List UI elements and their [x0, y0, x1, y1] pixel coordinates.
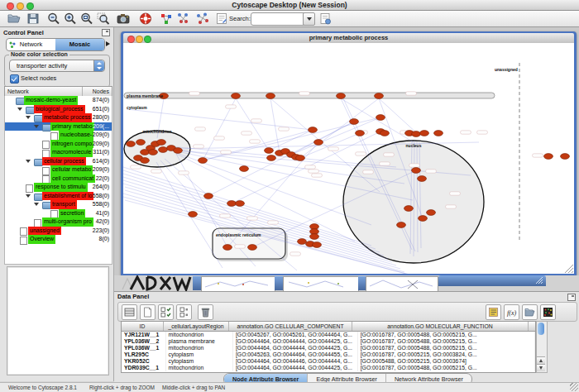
background-window-fragment[interactable] [201, 276, 275, 291]
graph-node[interactable] [227, 201, 237, 207]
tree-item[interactable]: macromolecule311(0) [5, 148, 112, 157]
graph-node[interactable] [174, 148, 183, 154]
expand-arrow-icon[interactable] [26, 160, 31, 163]
tree-item[interactable]: unassigned223(0) [5, 227, 112, 236]
network-icon[interactable] [159, 12, 174, 26]
load-attributes-icon[interactable] [522, 304, 538, 320]
table-row[interactable]: YPL036W__1mitochondrion[GO:0044464, GO:0… [122, 345, 535, 351]
table-row[interactable]: YJR121W__1mitochondrion[GO:0045267, GO:0… [122, 332, 535, 338]
background-window-edge[interactable] [193, 276, 201, 290]
graph-node[interactable] [418, 176, 427, 182]
background-window-fragment[interactable] [366, 276, 438, 291]
graph-node[interactable] [420, 131, 429, 136]
label-list-icon[interactable] [486, 304, 501, 320]
graph-node[interactable] [434, 131, 443, 136]
formula-icon[interactable]: f(x) [504, 304, 519, 320]
graph-node[interactable] [298, 239, 307, 245]
tree-item[interactable]: mosaic-demo-yeast874(0) [5, 96, 112, 105]
open-folder-icon[interactable] [7, 12, 22, 26]
graph-node[interactable] [232, 93, 241, 99]
background-window-edge[interactable] [275, 276, 283, 290]
edge[interactable] [127, 109, 313, 130]
attribute-table-icon[interactable] [122, 304, 137, 320]
search-input[interactable] [251, 12, 307, 26]
background-window-edge[interactable] [358, 276, 366, 290]
graph-node[interactable] [397, 222, 406, 228]
graph-node[interactable] [127, 141, 136, 147]
graph-node[interactable] [309, 127, 318, 133]
tree-item[interactable]: nitrogen compo209(0) [5, 140, 112, 149]
graph-node[interactable] [265, 148, 274, 154]
scrollbar-thumb[interactable] [538, 323, 544, 335]
tree-item[interactable]: secretion41(0) [5, 209, 112, 218]
expand-arrow-icon[interactable] [26, 116, 31, 119]
graph-node[interactable] [149, 150, 158, 155]
graph-node[interactable] [266, 93, 275, 99]
graph-node[interactable] [223, 245, 232, 251]
graph-node[interactable] [376, 115, 385, 121]
graph-node[interactable] [240, 166, 249, 172]
graph-node[interactable] [412, 131, 421, 137]
expand-arrow-icon[interactable] [34, 125, 39, 128]
table-row[interactable]: YPL036W__2plasma membrane[GO:0044464, GO… [122, 338, 535, 345]
graph-node[interactable] [204, 194, 213, 199]
select-nodes-checkbox[interactable] [10, 74, 19, 84]
graph-node[interactable] [313, 242, 322, 248]
graph-node[interactable] [199, 158, 208, 164]
graph-node[interactable] [380, 131, 390, 136]
tree-item[interactable]: transport558(0) [5, 200, 112, 209]
zoom-selected-icon[interactable] [96, 12, 111, 26]
graph-node[interactable] [267, 155, 276, 161]
graph-node[interactable] [157, 140, 166, 146]
node-color-dropdown[interactable]: transporter activity [9, 60, 105, 72]
graph-node[interactable] [310, 234, 319, 240]
canvas-resize-grip-icon[interactable] [572, 271, 573, 273]
column-header[interactable]: annotation.GO CELLULAR_COMPONENT [229, 322, 352, 331]
table-row[interactable]: YDR039C__1mitochondrion[GO:0044464, GO:0… [122, 365, 535, 371]
background-window-fragment[interactable] [283, 276, 359, 291]
network-graph[interactable]: plasma membranecytoplasmmitochondrionnuc… [123, 43, 574, 274]
tab-mosaic[interactable]: Mosaic [55, 39, 104, 50]
scroll-up-icon[interactable] [537, 356, 545, 364]
expand-arrow-icon[interactable] [26, 194, 31, 198]
table-row[interactable]: YLR295Ccytoplasm[GO:0045263, GO:0044464,… [122, 351, 535, 358]
graph-node[interactable] [350, 119, 359, 125]
graph-node[interactable] [159, 147, 168, 153]
search-dropdown-button[interactable] [303, 12, 315, 26]
select-attributes-icon[interactable] [158, 304, 174, 320]
matrix-icon[interactable] [540, 304, 556, 320]
import-document-icon[interactable] [318, 12, 333, 26]
graph-node[interactable] [419, 216, 428, 222]
annotation-icon[interactable] [214, 12, 229, 26]
tree-item[interactable]: cell communicat22(0) [5, 174, 112, 184]
graph-node[interactable] [412, 168, 421, 174]
tree-item[interactable]: nucleobase-209(0) [5, 131, 112, 140]
tree-item[interactable]: establishment of lo558(0) [5, 192, 112, 201]
tree-item[interactable]: cellular metabo209(0) [5, 165, 112, 174]
window-resize-grip-icon[interactable] [534, 276, 544, 284]
tree-item[interactable]: multi-organism pro42(0) [5, 218, 112, 227]
tree-item[interactable]: biological_process651(0) [5, 105, 112, 114]
expand-arrow-icon[interactable] [34, 203, 39, 206]
tree-item[interactable]: Overview8(0) [5, 235, 112, 244]
attribute-table[interactable]: ID_cellularLayoutRegionannotation.GO CEL… [121, 321, 536, 373]
layout-2-icon[interactable] [195, 12, 210, 26]
network-view-window[interactable]: primary metabolic process plasma membran… [121, 31, 577, 275]
table-scrollbar[interactable] [536, 321, 548, 373]
tab-network[interactable]: Network [7, 39, 55, 50]
tree-item[interactable]: cellular process614(0) [5, 157, 112, 166]
delete-attribute-icon[interactable] [198, 304, 213, 320]
new-attribute-icon[interactable] [140, 304, 156, 320]
zoom-out-icon[interactable] [46, 12, 61, 26]
graph-node[interactable] [375, 93, 384, 99]
graph-node[interactable] [544, 154, 553, 160]
tree-item[interactable]: primary metabo209(... [5, 122, 112, 131]
column-header[interactable]: annotation.GO MOLECULAR_FUNCTION [352, 322, 529, 331]
network-canvas[interactable]: plasma membranecytoplasmmitochondrionnuc… [123, 43, 574, 274]
graph-node[interactable] [141, 158, 150, 164]
graph-node[interactable] [189, 212, 198, 218]
layout-1-icon[interactable] [175, 12, 190, 26]
graph-node[interactable] [356, 131, 365, 136]
zoom-in-icon[interactable] [63, 12, 78, 26]
float-data-panel-icon[interactable] [567, 294, 576, 301]
